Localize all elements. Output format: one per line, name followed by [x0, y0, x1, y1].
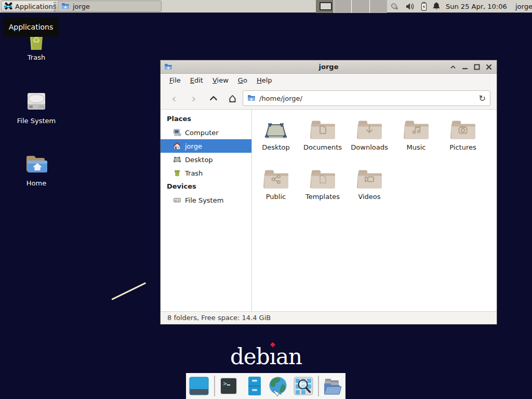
menu-file[interactable]: File [165, 74, 185, 87]
desktop-pad-icon [263, 120, 288, 141]
sidebar-item-jorge[interactable]: jorge [161, 139, 251, 153]
panel-username[interactable]: jorge [515, 0, 532, 13]
peripheral-device-icon[interactable] [390, 2, 400, 11]
file-item-music[interactable]: Music [393, 113, 440, 163]
workspace-4[interactable] [370, 0, 388, 13]
workspace-1[interactable] [316, 0, 334, 13]
desktop-icon-label: File System [17, 117, 56, 125]
workspace-3[interactable] [352, 0, 370, 13]
sidebar-item-trash[interactable]: Trash [161, 166, 251, 180]
file-item-downloads[interactable]: Downloads [346, 113, 393, 163]
applications-menu-button[interactable]: Applications [1, 1, 61, 12]
sidebar-item-file-system[interactable]: File System [161, 193, 251, 207]
file-manager-folder-icon[interactable] [322, 376, 343, 396]
back-button[interactable]: ‹ [166, 90, 182, 106]
shade-button[interactable] [447, 60, 459, 74]
desktop-icon-home[interactable]: Home [11, 152, 61, 187]
up-button[interactable] [205, 90, 222, 106]
file-item-pictures[interactable]: Pictures [440, 113, 486, 163]
applications-tooltip: Applications [3, 17, 59, 37]
window-title: jorge [161, 60, 497, 74]
file-item-desktop[interactable]: Desktop [252, 113, 299, 163]
desktop-icon-file-system[interactable]: File System [11, 89, 61, 125]
workspace-switcher[interactable] [316, 0, 387, 13]
sidebar-item-desktop[interactable]: Desktop [161, 153, 251, 166]
minimize-button[interactable] [459, 60, 471, 74]
app-finder-icon[interactable] [293, 376, 314, 396]
bottom-dock [186, 373, 345, 399]
path-folder-icon [247, 94, 256, 102]
folder-videos-icon [357, 167, 382, 190]
terminal-icon[interactable] [218, 376, 239, 396]
computer-icon [173, 128, 181, 137]
status-text: 8 folders, Free space: 14.4 GiB [167, 314, 271, 322]
file-cabinet-icon[interactable] [244, 376, 265, 396]
sidebar: Places Computer jorge Desktop Trash Devi… [161, 110, 252, 311]
taskbar-window-label: jorge [73, 3, 90, 10]
desktop-icon [173, 155, 181, 164]
folder-documents-icon [310, 117, 335, 141]
folder-public-icon [263, 167, 288, 190]
menubar: File Edit View Go Help [161, 74, 497, 87]
file-item-videos[interactable]: Videos [346, 163, 393, 212]
forward-icon: › [192, 92, 196, 105]
notification-bell-icon[interactable] [431, 2, 442, 11]
menu-edit[interactable]: Edit [185, 74, 208, 87]
folder-music-icon [404, 117, 429, 141]
user-home-folder-icon [61, 2, 70, 10]
battery-charging-icon[interactable] [419, 2, 429, 11]
path-input[interactable]: /home/jorge/ [259, 95, 475, 102]
menu-help[interactable]: Help [252, 74, 277, 87]
folder-pictures-icon [450, 117, 475, 141]
dock-separator [214, 376, 215, 396]
volume-icon[interactable] [405, 2, 415, 11]
titlebar[interactable]: jorge [161, 60, 497, 74]
user-home-icon [173, 142, 181, 150]
xfce-logo-icon [4, 2, 12, 11]
toolbar: ‹ › ⌂ /home/jorge/ ↻ [161, 87, 497, 110]
sidebar-places-header: Places [161, 112, 251, 126]
close-button[interactable] [483, 60, 495, 74]
debian-logo-i: ı [270, 344, 276, 369]
menu-go[interactable]: Go [233, 74, 252, 87]
path-bar[interactable]: /home/jorge/ ↻ [243, 90, 490, 106]
desktop-artifact-line [111, 282, 146, 300]
reload-icon[interactable]: ↻ [479, 94, 486, 103]
home-folder-icon [24, 152, 49, 177]
file-item-public[interactable]: Public [252, 163, 299, 212]
desktop-icon-label: Trash [28, 54, 45, 61]
forward-button[interactable]: › [185, 90, 202, 106]
maximize-button[interactable] [471, 60, 483, 74]
debian-logo-post: an [276, 344, 302, 369]
workspace-window-thumb [320, 2, 332, 10]
file-item-documents[interactable]: Documents [299, 113, 346, 163]
hard-drive-icon [173, 196, 181, 204]
file-item-templates[interactable]: Templates [299, 163, 346, 212]
show-desktop-icon[interactable] [189, 376, 209, 396]
sidebar-item-computer[interactable]: Computer [161, 126, 251, 139]
up-icon [209, 94, 218, 103]
home-button[interactable]: ⌂ [224, 90, 241, 106]
status-bar: 8 folders, Free space: 14.4 GiB [161, 311, 497, 324]
desktop-icon-label: Home [26, 179, 46, 187]
folder-templates-icon [310, 167, 335, 190]
applications-tooltip-text: Applications [9, 23, 54, 31]
files-view[interactable]: Desktop Documents Downloads Music [252, 110, 497, 311]
home-icon: ⌂ [228, 91, 236, 105]
hard-drive-icon [24, 89, 49, 114]
debian-wallpaper-logo: debıan [0, 344, 532, 369]
panel-clock[interactable]: Sun 25 Apr, 10:06 [446, 0, 507, 13]
panel-handle[interactable] [54, 2, 57, 11]
taskbar-window-button[interactable]: jorge [58, 1, 162, 12]
trash-icon [173, 169, 181, 177]
file-manager-window: jorge File Edit View Go Help ‹ › ⌂ /home… [160, 60, 497, 325]
menu-view[interactable]: View [208, 74, 233, 87]
dock-separator [318, 376, 319, 396]
applications-menu-label: Applications [15, 3, 56, 10]
folder-downloads-icon [357, 117, 382, 141]
web-browser-icon[interactable] [267, 376, 288, 396]
top-panel: Applications jorge Sun 25 Apr, 10:06 jor… [0, 0, 532, 13]
debian-logo-pre: deb [230, 344, 270, 369]
workspace-2[interactable] [334, 0, 352, 13]
window-content: Places Computer jorge Desktop Trash Devi… [161, 110, 497, 311]
